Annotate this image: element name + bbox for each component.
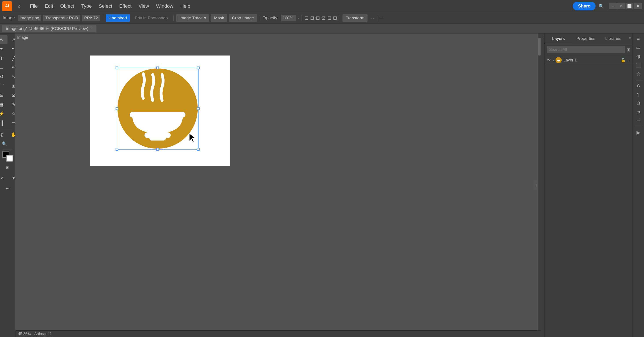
collapse-icon[interactable]: ‹: [542, 35, 544, 38]
image-container[interactable]: [117, 68, 198, 150]
layer-expand-arrow[interactable]: ›: [553, 58, 554, 62]
type-icon-strip[interactable]: A: [634, 82, 643, 90]
opentype-icon[interactable]: Ot: [634, 108, 643, 116]
align-icon-4[interactable]: ⊠: [322, 15, 326, 21]
maximize-button[interactable]: ⬜: [626, 3, 634, 9]
align-icon-3[interactable]: ⊟: [316, 15, 320, 21]
restore-button[interactable]: ⧉: [617, 3, 625, 9]
gradient-tool[interactable]: ▦: [0, 100, 8, 109]
zoom-tool[interactable]: 🔍: [0, 139, 10, 148]
menu-object[interactable]: Object: [57, 2, 77, 10]
menu-help[interactable]: Help: [177, 2, 193, 10]
handle-tc[interactable]: [156, 67, 159, 69]
v-scroll-thumb[interactable]: [538, 38, 540, 56]
artboards-icon[interactable]: ▭: [634, 44, 643, 52]
select-tool[interactable]: ↖: [0, 35, 8, 44]
rectangle-tool[interactable]: ▭: [0, 63, 8, 72]
shape-builder-tool[interactable]: ⊟: [0, 91, 8, 100]
menu-edit[interactable]: Edit: [42, 2, 56, 10]
tab-libraries[interactable]: Libraries: [600, 34, 627, 44]
transform-button[interactable]: Transform: [342, 14, 368, 22]
align-icon-6[interactable]: ⊟: [333, 15, 337, 21]
artboard-tool[interactable]: ▭: [8, 119, 16, 127]
character-icon[interactable]: Ω: [634, 99, 643, 107]
direct-select-tool[interactable]: ↗: [8, 35, 16, 44]
perspective-tool[interactable]: ⊠: [8, 91, 16, 100]
layer-more-dots[interactable]: ⋯: [627, 58, 630, 62]
pen-tool[interactable]: ✒: [0, 45, 8, 53]
handle-tl[interactable]: [116, 67, 118, 69]
transform-more-icon[interactable]: ⋯: [369, 15, 374, 21]
filter-icon[interactable]: ⊞: [626, 47, 630, 53]
panel-menu-icon[interactable]: ≡: [627, 34, 632, 44]
home-button[interactable]: ⌂: [14, 1, 24, 11]
menu-file[interactable]: File: [27, 2, 41, 10]
layer-lock-icon[interactable]: 🔒: [621, 58, 626, 63]
warp-tool[interactable]: ⌒: [0, 82, 8, 90]
symbol-tool[interactable]: ☆: [8, 109, 16, 118]
slice-tool[interactable]: ◎: [0, 130, 8, 139]
type-tool[interactable]: T: [0, 54, 8, 63]
tab-layers[interactable]: Layers: [545, 34, 572, 44]
unembed-button[interactable]: Unembed: [106, 14, 130, 22]
handle-br[interactable]: [197, 148, 200, 151]
panel-collapse-strip[interactable]: ‹: [541, 34, 544, 337]
align-icon-2[interactable]: ⊞: [310, 15, 314, 21]
handle-ml[interactable]: [116, 107, 118, 110]
handle-bc[interactable]: [156, 148, 159, 151]
paintbrush-tool[interactable]: ✏: [8, 63, 16, 72]
menu-window[interactable]: Window: [153, 2, 176, 10]
layer-row-1[interactable]: 👁 › Layer 1 🔒 ⋯: [545, 55, 632, 65]
vertical-scrollbar[interactable]: [538, 34, 541, 337]
menu-select[interactable]: Select: [96, 2, 115, 10]
curvature-tool[interactable]: 〜: [8, 45, 16, 53]
gradient-swatch[interactable]: ▣: [2, 163, 14, 172]
search-button[interactable]: 🔍: [596, 1, 606, 11]
line-tool[interactable]: ╱: [8, 54, 16, 63]
menu-type[interactable]: Type: [78, 2, 95, 10]
handle-tr[interactable]: [197, 67, 200, 69]
scale-tool[interactable]: ⤡: [8, 72, 16, 81]
column-graph-tool[interactable]: ▐: [0, 119, 8, 127]
opacity-expand-icon[interactable]: ›: [298, 16, 299, 20]
edit-photoshop-button[interactable]: Edit In Photoshop: [132, 14, 171, 22]
tab-close-icon[interactable]: ×: [90, 27, 92, 31]
panel-options-icon[interactable]: ≡: [380, 15, 382, 21]
hand-tool[interactable]: ✋: [8, 130, 16, 139]
document-tab[interactable]: image.png* @ 45.86 % (RGB/CPU Preview) ×: [2, 25, 96, 32]
menu-view[interactable]: View: [136, 2, 152, 10]
swatches-icon[interactable]: ⬛: [634, 61, 643, 69]
close-button[interactable]: ✕: [634, 3, 642, 9]
align-icon-5[interactable]: ⊡: [327, 15, 331, 21]
more-tools-icon[interactable]: ···: [3, 184, 12, 192]
rotate-tool[interactable]: ↺: [0, 72, 8, 81]
layer-visibility-icon[interactable]: 👁: [547, 58, 551, 63]
actions-icon[interactable]: ▶: [634, 129, 643, 137]
tab-properties[interactable]: Properties: [572, 34, 600, 44]
free-transform-tool[interactable]: ⊞: [8, 82, 16, 90]
color-icon[interactable]: ◑: [634, 53, 643, 60]
layers-search-input[interactable]: [547, 46, 625, 53]
symbols-icon[interactable]: ☆: [634, 70, 643, 78]
layers-icon[interactable]: ≡: [634, 35, 643, 43]
mask-button[interactable]: Mask: [211, 14, 227, 22]
change-screen-mode[interactable]: ⊙: [0, 173, 8, 182]
paragraph-icon[interactable]: ¶: [634, 91, 643, 99]
opacity-input[interactable]: [281, 15, 296, 21]
eyedropper-tool[interactable]: ✎: [8, 100, 16, 109]
none-swatch[interactable]: ∅: [0, 163, 2, 172]
handle-mr[interactable]: [197, 107, 200, 110]
color-swatches[interactable]: [2, 151, 13, 162]
more-tools-btn[interactable]: ···: [3, 184, 12, 192]
handle-bl[interactable]: [116, 148, 118, 151]
blend-tool[interactable]: ⚡: [0, 109, 8, 118]
stroke-swatch[interactable]: [6, 155, 13, 162]
panel-collapse-handle[interactable]: ⋮: [535, 181, 538, 190]
minimize-button[interactable]: ─: [609, 3, 617, 9]
share-button[interactable]: Share: [573, 2, 596, 10]
image-trace-dropdown[interactable]: Image Trace ▾: [176, 14, 209, 22]
canvas-area[interactable]: Image: [16, 34, 541, 337]
zoom-in-icon[interactable]: ⊕: [8, 173, 16, 182]
menu-effect[interactable]: Effect: [116, 2, 135, 10]
crop-image-button[interactable]: Crop Image: [229, 14, 257, 22]
